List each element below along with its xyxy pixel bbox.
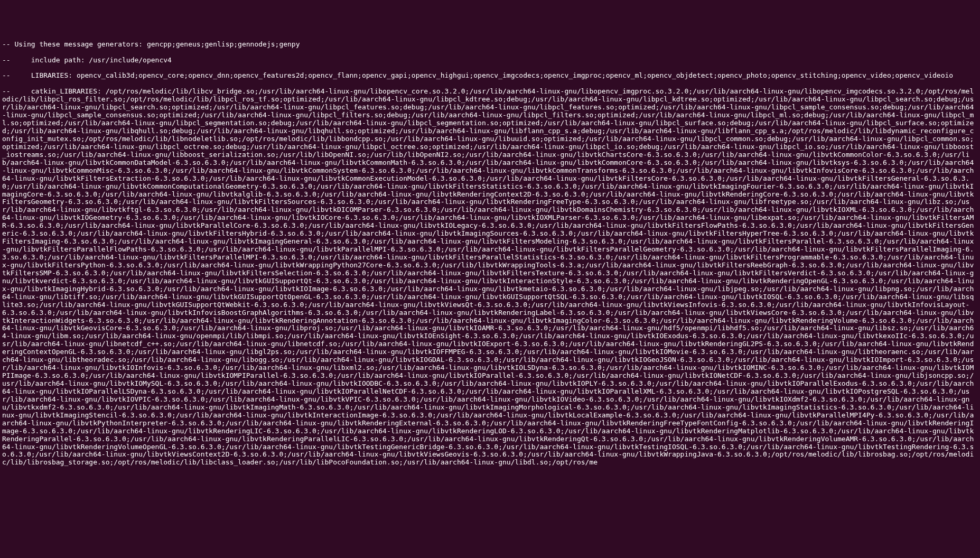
terminal-line: -- LIBRARIES: opencv_calib3d;opencv_core… (2, 71, 953, 79)
terminal-line: -- catkin_LIBRARIES: /opt/ros/melodic/li… (2, 87, 974, 466)
terminal-line: -- include path: /usr/include/opencv4 (2, 56, 172, 64)
terminal-output[interactable]: -- Using these message generators: gencp… (2, 33, 978, 475)
terminal-line: -- Using these message generators: gencp… (2, 40, 300, 48)
